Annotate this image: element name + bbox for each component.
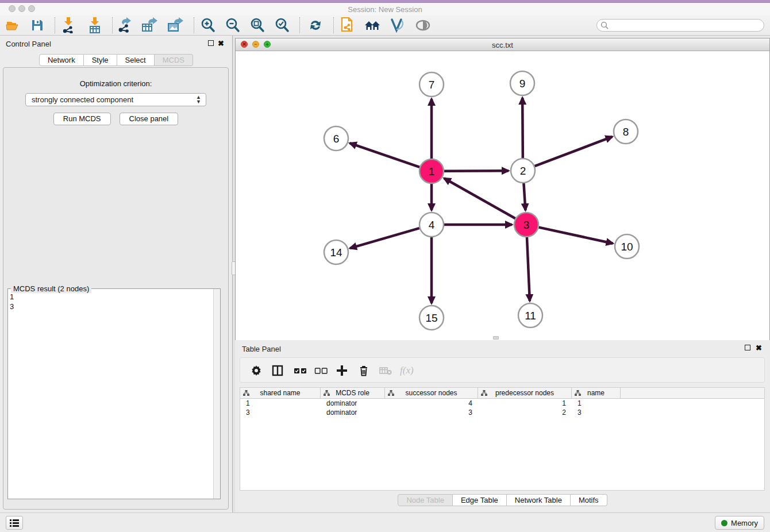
tab-edge-table[interactable]: Edge Table (453, 494, 507, 506)
zoom-fit-icon[interactable] (249, 17, 266, 33)
graph-node-label: 8 (623, 126, 629, 138)
zoom-in-icon[interactable] (199, 17, 217, 33)
network-document-icon[interactable] (339, 17, 356, 33)
table-cell[interactable]: 3 (385, 408, 478, 417)
criterion-select[interactable]: strongly connected component ▲▼ (25, 93, 206, 106)
import-table-icon[interactable] (86, 17, 103, 33)
column-header-name[interactable]: name (572, 388, 621, 398)
tab-mcds[interactable]: MCDS (155, 54, 193, 66)
task-history-button[interactable] (6, 516, 23, 530)
table-cell[interactable]: 2 (478, 408, 572, 417)
graph-node-label: 14 (330, 246, 342, 259)
select-all-icon[interactable] (294, 363, 307, 379)
graph-node-label: 10 (621, 241, 633, 253)
memory-button[interactable]: Memory (715, 516, 764, 530)
mcds-result-list[interactable]: 13 (10, 292, 14, 311)
tab-style[interactable]: Style (84, 54, 117, 66)
optimization-criterion-label: Optimization criterion: (3, 79, 228, 88)
table-cell[interactable]: 3 (572, 408, 621, 417)
table-cell[interactable]: 4 (385, 399, 478, 408)
graph-edge-2-9[interactable] (522, 98, 523, 158)
graph-node-label: 6 (333, 133, 340, 145)
list-icon (10, 519, 19, 527)
table-cell[interactable]: 1 (572, 399, 621, 408)
save-session-icon[interactable] (29, 17, 46, 33)
graph-node-label: 3 (523, 219, 530, 231)
column-header-shared-name[interactable]: shared name (240, 388, 321, 398)
column-icon[interactable] (272, 363, 283, 379)
result-scrollbar[interactable] (213, 289, 220, 499)
open-session-icon[interactable] (5, 17, 22, 33)
export-table-icon[interactable] (141, 17, 159, 33)
select-stepper-icon: ▲▼ (196, 95, 201, 104)
graph-edge-1-6[interactable] (350, 143, 420, 167)
zoom-selected-icon[interactable] (274, 17, 291, 33)
memory-status-icon (721, 520, 727, 526)
float-table-panel-icon[interactable] (745, 345, 750, 350)
column-header-label: shared name (260, 389, 300, 397)
graph-edge-1-2[interactable] (444, 171, 509, 171)
table-row[interactable]: 1dominator411 (240, 399, 764, 408)
export-image-icon[interactable] (167, 17, 184, 33)
graph-edge-2-3[interactable] (523, 183, 525, 210)
mcds-panel: Optimization criterion: strongly connect… (3, 67, 229, 510)
control-panel-title: Control Panel (6, 40, 51, 48)
close-panel-button[interactable]: Close panel (120, 113, 179, 125)
tab-network[interactable]: Network (39, 54, 84, 66)
main-toolbar (0, 15, 770, 36)
network-window-titlebar[interactable]: ✕ − ＋ scc.txt (236, 38, 769, 51)
delete-icon[interactable] (359, 363, 369, 379)
eye-icon[interactable] (414, 17, 432, 33)
vizmapper-icon[interactable] (389, 17, 406, 33)
close-panel-icon[interactable]: ✖ (218, 39, 224, 48)
delete-table-icon[interactable] (379, 363, 392, 379)
network-canvas[interactable]: 7968124314101511 (236, 51, 769, 340)
export-network-icon[interactable] (117, 17, 134, 33)
graph-node-label: 9 (519, 78, 526, 90)
deselect-all-icon[interactable] (314, 363, 328, 379)
column-header-MCDS-role[interactable]: MCDS role (321, 388, 385, 398)
table-cell[interactable]: 1 (478, 399, 572, 408)
column-header-predecessor-nodes[interactable]: predecessor nodes (478, 388, 572, 398)
table-cell[interactable]: dominator (321, 408, 385, 417)
window-title: Session: New Session (0, 5, 770, 14)
graph-edge-4-14[interactable] (350, 228, 419, 248)
mcds-result-group: MCDS result (2 nodes) 13 (7, 284, 221, 499)
table-header: shared nameMCDS rolesuccessor nodesprede… (240, 388, 764, 399)
search-input[interactable] (596, 19, 764, 32)
import-network-icon[interactable] (60, 17, 77, 33)
table-row[interactable]: 3dominator323 (240, 408, 764, 417)
graph-node-label: 15 (425, 312, 437, 324)
network-view-window: ✕ − ＋ scc.txt 7968124314101511 (235, 38, 770, 340)
close-table-panel-icon[interactable]: ✖ (756, 344, 762, 352)
graph-node-label: 7 (429, 79, 435, 91)
home-pages-icon[interactable] (364, 17, 381, 33)
add-column-icon[interactable] (337, 363, 347, 379)
function-builder-icon[interactable]: f(x) (400, 363, 414, 379)
table-toolbar: f(x) (240, 357, 765, 383)
column-header-successor-nodes[interactable]: successor nodes (385, 388, 478, 398)
float-panel-icon[interactable] (208, 40, 214, 46)
refresh-layout-icon[interactable] (307, 17, 324, 33)
graph-edge-3-10[interactable] (538, 228, 613, 244)
canvas-resize-handle[interactable] (493, 336, 499, 340)
zoom-out-icon[interactable] (224, 17, 241, 33)
tab-select[interactable]: Select (117, 54, 155, 66)
graph-node-label: 4 (429, 219, 435, 231)
tab-motifs[interactable]: Motifs (571, 494, 607, 506)
tab-node-table[interactable]: Node Table (398, 494, 453, 506)
gear-icon[interactable] (251, 363, 262, 379)
table-panel-title: Table Panel (242, 345, 281, 353)
table-cell[interactable]: dominator (321, 399, 385, 408)
graph-node-label: 1 (429, 165, 435, 178)
node-table: shared nameMCDS rolesuccessor nodesprede… (240, 387, 765, 491)
run-mcds-button[interactable]: Run MCDS (53, 113, 111, 125)
status-bar: Memory (0, 512, 770, 532)
tab-network-table[interactable]: Network Table (507, 494, 571, 506)
graph-edge-3-1[interactable] (444, 178, 515, 218)
control-panel-tabs: NetworkStyleSelectMCDS (0, 54, 232, 66)
table-cell[interactable]: 3 (240, 408, 321, 417)
graph-edge-3-11[interactable] (527, 237, 530, 301)
table-cell[interactable]: 1 (240, 399, 321, 408)
graph-edge-2-8[interactable] (535, 137, 613, 166)
